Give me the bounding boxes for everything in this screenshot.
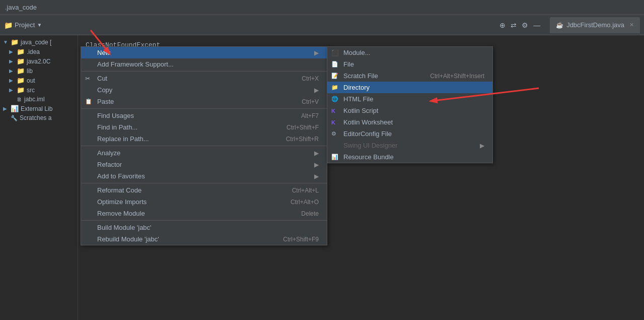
analyze-arrow: ▶ (314, 150, 319, 157)
java-file-icon: ☕ (556, 22, 563, 29)
tree-arrow-lib: ▶ (9, 68, 15, 74)
submenu-item-resource-bundle[interactable]: 📊 Resource Bundle (327, 151, 492, 163)
scratch-shortcut: Ctrl+Alt+Shift+Insert (430, 73, 484, 80)
find-path-shortcut: Ctrl+Shift+F (287, 124, 319, 131)
minimize-icon[interactable]: — (532, 20, 542, 31)
project-dropdown-arrow[interactable]: ▼ (37, 22, 42, 28)
submenu-item-html[interactable]: 🌐 HTML File (327, 93, 492, 105)
directory-label: Directory (343, 84, 484, 91)
menu-item-cut[interactable]: ✂ Cut Ctrl+X (81, 73, 327, 84)
tab-jdbcfirstdemo[interactable]: ☕ JdbcFirstDemo.java ✕ (550, 17, 640, 33)
menu-item-find-usages[interactable]: Find Usages Alt+F7 (81, 110, 327, 121)
tree-item-scratches[interactable]: ▶ 🔧 Scratches a (0, 113, 78, 122)
tree-label-java200: java2.0C (27, 58, 50, 65)
rebuild-module-label: Rebuild Module 'jabc' (97, 235, 273, 243)
tree-item-out[interactable]: ▶ 📁 out (0, 76, 78, 85)
optimize-shortcut: Ctrl+Alt+O (291, 199, 319, 206)
submenu-item-directory[interactable]: 📁 Directory (327, 82, 492, 93)
submenu-item-module[interactable]: ⬛ Module... (327, 47, 492, 58)
sync-icon[interactable]: ⊕ (498, 20, 507, 31)
menu-item-remove-module[interactable]: Remove Module Delete (81, 208, 327, 219)
menu-item-add-framework[interactable]: Add Framework Support... (81, 58, 327, 70)
menu-item-rebuild-module[interactable]: Rebuild Module 'jabc' Ctrl+Shift+F9 (81, 233, 327, 245)
tree-item-idea[interactable]: ▶ 📁 .idea (0, 47, 78, 56)
menu-sep-5 (81, 220, 327, 221)
tree-item-java-code[interactable]: ▼ 📁 java_code [ (0, 37, 78, 47)
menu-item-paste[interactable]: 📋 Paste Ctrl+V (81, 96, 327, 107)
menu-sep-4 (81, 183, 327, 183)
tree-arrow-java-code: ▼ (3, 39, 9, 45)
remove-module-label: Remove Module (97, 210, 291, 217)
tree-arrow-idea: ▶ (9, 49, 15, 54)
tree-label-jabc: jabc.iml (24, 96, 45, 103)
title-text: .java_code (5, 4, 37, 11)
replace-path-shortcut: Ctrl+Shift+R (286, 136, 319, 143)
editorconfig-label: EditorConfig File (343, 130, 484, 138)
tree-label-lib: lib (27, 68, 33, 75)
replace-path-label: Replace in Path... (97, 135, 276, 143)
new-label: New (97, 49, 309, 56)
settings-icon[interactable]: ⚙ (520, 20, 530, 31)
extlib-icon: 📊 (11, 105, 19, 112)
toolbar-icons: ⊕ ⇄ ⚙ — (498, 20, 542, 31)
tree-item-lib[interactable]: ▶ 📁 lib (0, 66, 78, 76)
menu-sep-2 (81, 108, 327, 109)
submenu-item-scratch[interactable]: 📝 Scratch File Ctrl+Alt+Shift+Insert (327, 70, 492, 82)
file-label: File (343, 60, 484, 68)
kotlin-script-icon: K (331, 108, 340, 114)
project-label: Project (15, 21, 35, 29)
menu-item-favorites[interactable]: Add to Favorites ▶ (81, 170, 327, 182)
scratches-icon: 🔧 (11, 115, 18, 121)
cut-label: Cut (97, 75, 292, 82)
menu-sep-1 (81, 71, 327, 72)
menu-item-reformat[interactable]: Reformat Code Ctrl+Alt+L (81, 184, 327, 196)
menu-item-analyze[interactable]: Analyze ▶ (81, 147, 327, 159)
kotlin-worksheet-icon: K (331, 119, 340, 125)
tree-label-idea: .idea (27, 48, 40, 55)
folder-icon-lib: 📁 (17, 67, 25, 75)
reformat-label: Reformat Code (97, 186, 282, 194)
tree-arrow-java200: ▶ (9, 58, 15, 64)
paste-label: Paste (97, 98, 292, 105)
tree-label-src: src (27, 87, 35, 94)
menu-sep-3 (81, 146, 327, 146)
rebuild-module-shortcut: Ctrl+Shift+F9 (283, 236, 319, 243)
editorconfig-icon: ⚙ (331, 131, 340, 137)
folder-icon-out: 📁 (17, 77, 25, 84)
tree-item-jabc[interactable]: ▶ 🗎 jabc.iml (0, 95, 78, 104)
swing-label: Swing UI Designer (343, 142, 475, 149)
optimize-label: Optimize Imports (97, 198, 280, 206)
submenu-item-kotlin-worksheet[interactable]: K Kotlin Worksheet (327, 116, 492, 128)
menu-item-new[interactable]: New ▶ (81, 47, 327, 58)
project-section: 📁 Project ▼ (4, 21, 42, 29)
submenu-item-editorconfig[interactable]: ⚙ EditorConfig File (327, 128, 492, 140)
file-icon: 📄 (331, 61, 340, 68)
tree-item-extlib[interactable]: ▶ 📊 External Lib (0, 104, 78, 113)
resource-bundle-label: Resource Bundle (343, 153, 484, 161)
kotlin-script-label: Kotlin Script (343, 107, 484, 114)
tab-close-button[interactable]: ✕ (629, 22, 634, 28)
menu-item-find-path[interactable]: Find in Path... Ctrl+Shift+F (81, 121, 327, 133)
module-icon: ⬛ (331, 49, 340, 56)
collapse-icon[interactable]: ⇄ (509, 20, 518, 31)
scratch-icon: 📝 (331, 73, 340, 79)
menu-item-optimize[interactable]: Optimize Imports Ctrl+Alt+O (81, 196, 327, 208)
scratch-label: Scratch File (343, 72, 420, 80)
refactor-arrow: ▶ (314, 161, 319, 168)
folder-icon-src: 📁 (17, 86, 25, 94)
resource-bundle-icon: 📊 (331, 154, 340, 160)
submenu-item-kotlin-script[interactable]: K Kotlin Script (327, 105, 492, 116)
submenu-item-file[interactable]: 📄 File (327, 58, 492, 70)
tree-item-java200[interactable]: ▶ 📁 java2.0C (0, 56, 78, 66)
find-usages-label: Find Usages (97, 112, 291, 119)
tree-arrow-out: ▶ (9, 78, 15, 83)
copy-label: Copy (97, 86, 309, 94)
tree-label-scratches: Scratches a (20, 114, 51, 121)
submenu-new: ⬛ Module... 📄 File 📝 Scratch File Ctrl+A… (327, 46, 493, 163)
menu-item-build-module[interactable]: Build Module 'jabc' (81, 222, 327, 233)
menu-item-refactor[interactable]: Refactor ▶ (81, 159, 327, 170)
tree-arrow-extlib: ▶ (3, 106, 9, 111)
menu-item-replace-path[interactable]: Replace in Path... Ctrl+Shift+R (81, 133, 327, 145)
tree-item-src[interactable]: ▶ 📁 src (0, 85, 78, 95)
menu-item-copy[interactable]: Copy ▶ (81, 84, 327, 96)
